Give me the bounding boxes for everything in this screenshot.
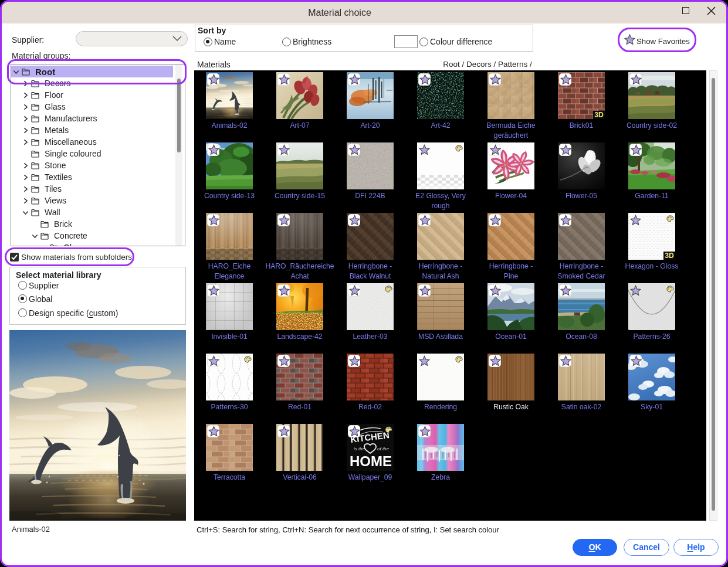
- svg-text:is the: is the: [354, 446, 365, 451]
- svg-text:HOME: HOME: [350, 453, 392, 469]
- svg-text:of the: of the: [377, 446, 390, 451]
